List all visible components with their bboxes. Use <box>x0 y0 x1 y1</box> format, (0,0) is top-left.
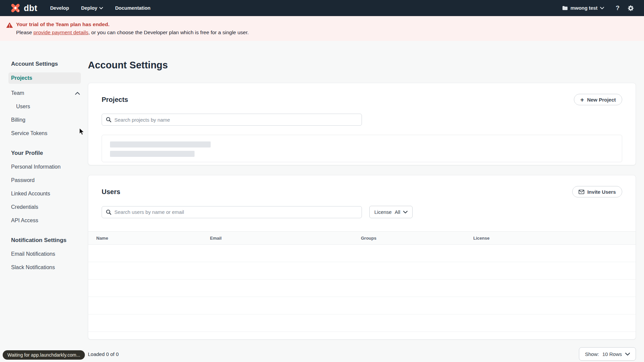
sidebar-item-slack-notifications[interactable]: Slack Notifications <box>0 263 88 272</box>
warning-triangle-icon <box>6 22 13 28</box>
projects-search <box>102 114 362 126</box>
projects-card: Projects + New Project <box>88 83 636 165</box>
users-search <box>102 206 362 218</box>
license-filter-label: License <box>374 209 392 215</box>
sidebar-heading-notification-settings: Notification Settings <box>0 237 88 244</box>
users-heading: Users <box>102 188 120 196</box>
table-row-skeleton <box>88 262 636 280</box>
nav-item-develop[interactable]: Develop <box>50 5 69 11</box>
sidebar-item-label: Linked Accounts <box>11 190 50 198</box>
nav-right: mwong test ? <box>562 4 634 12</box>
sidebar-item-password[interactable]: Password <box>0 176 88 184</box>
sidebar-heading-your-profile: Your Profile <box>0 149 88 157</box>
chevron-up-icon <box>75 92 80 95</box>
new-project-label: New Project <box>587 97 616 103</box>
sidebar-item-label: Team <box>11 89 24 97</box>
help-icon[interactable]: ? <box>615 4 620 12</box>
banner-body-prefix: Please <box>16 29 34 35</box>
chevron-down-icon <box>625 353 630 356</box>
chevron-down-icon <box>99 7 103 9</box>
gear-icon[interactable] <box>628 5 634 11</box>
loaded-count: Loaded 0 of 0 <box>88 351 119 357</box>
sidebar-item-label: Service Tokens <box>11 129 47 137</box>
plus-icon: + <box>580 97 584 103</box>
sidebar-item-label: Credentials <box>11 203 38 211</box>
projects-loading-skeleton <box>102 135 622 162</box>
nav-menu: Develop Deploy Documentation <box>50 5 150 11</box>
skeleton-bar <box>110 151 195 157</box>
folder-icon <box>562 6 568 10</box>
sidebar-item-label: API Access <box>11 217 38 225</box>
column-header-groups: Groups <box>361 236 473 241</box>
page-title: Account Settings <box>88 59 636 71</box>
sidebar-item-label: Email Notifications <box>11 250 55 258</box>
users-search-input[interactable] <box>114 209 358 215</box>
browser-status-tooltip: Waiting for app.launchdarkly.com... <box>3 350 85 360</box>
banner-body: Please provide payment details, or you c… <box>16 28 249 37</box>
sidebar-item-billing[interactable]: Billing <box>0 116 88 124</box>
banner-title: Your trial of the Team plan has ended. <box>16 20 249 28</box>
sidebar-item-credentials[interactable]: Credentials <box>0 203 88 211</box>
users-card: Users Invite Users License Al <box>88 175 636 340</box>
dbt-logo-text: dbt <box>24 3 37 13</box>
table-row-skeleton <box>88 297 636 314</box>
projects-heading: Projects <box>102 96 128 104</box>
users-table: Name Email Groups License <box>88 231 636 332</box>
sidebar-item-label: Personal Information <box>11 163 61 171</box>
users-table-header: Name Email Groups License <box>88 231 636 245</box>
search-icon <box>106 117 111 122</box>
column-header-email: Email <box>210 236 361 241</box>
sidebar-item-label: Users <box>16 103 30 111</box>
account-switcher[interactable]: mwong test <box>562 5 604 11</box>
rows-per-page-dropdown[interactable]: Show: 10 Rows <box>579 347 636 361</box>
sidebar-item-projects[interactable]: Projects <box>8 72 81 84</box>
table-row-skeleton <box>88 280 636 297</box>
main-content: Account Settings Projects + New Project <box>88 41 644 361</box>
users-list-footer: Loaded 0 of 0 Show: 10 Rows <box>88 347 636 361</box>
column-header-license: License <box>473 236 573 241</box>
settings-sidebar: Account Settings Projects Team Users Bil… <box>0 41 88 272</box>
sidebar-item-email-notifications[interactable]: Email Notifications <box>0 250 88 258</box>
provide-payment-details-link[interactable]: provide payment details <box>34 29 89 35</box>
banner-text: Your trial of the Team plan has ended. P… <box>16 20 249 37</box>
chevron-down-icon <box>403 211 408 214</box>
sidebar-heading-account-settings: Account Settings <box>0 60 88 68</box>
sidebar-item-users[interactable]: Users <box>0 103 88 111</box>
show-label: Show: <box>585 351 599 357</box>
show-value: 10 Rows <box>602 351 622 357</box>
chevron-down-icon <box>600 7 604 9</box>
sidebar-item-label: Slack Notifications <box>11 263 55 272</box>
nav-item-deploy[interactable]: Deploy <box>81 5 103 11</box>
sidebar-item-label: Projects <box>8 75 32 81</box>
sidebar-item-api-access[interactable]: API Access <box>0 217 88 225</box>
dbt-logo-icon <box>10 3 21 13</box>
sidebar-item-label: Billing <box>11 116 25 124</box>
table-row-skeleton <box>88 314 636 332</box>
envelope-icon <box>579 190 584 194</box>
banner-body-suffix: , or you can choose the Developer plan w… <box>88 29 249 35</box>
nav-item-documentation[interactable]: Documentation <box>115 5 151 11</box>
table-row-skeleton <box>88 245 636 262</box>
new-project-button[interactable]: + New Project <box>574 94 622 105</box>
sidebar-item-label: Password <box>11 176 35 184</box>
sidebar-item-service-tokens[interactable]: Service Tokens <box>0 129 88 137</box>
license-filter-value: All <box>395 209 400 215</box>
status-text: Waiting for app.launchdarkly.com... <box>7 352 80 358</box>
dbt-logo[interactable]: dbt <box>10 3 37 13</box>
sidebar-item-personal-information[interactable]: Personal Information <box>0 163 88 171</box>
search-icon <box>106 209 111 215</box>
invite-users-label: Invite Users <box>587 189 616 195</box>
sidebar-item-linked-accounts[interactable]: Linked Accounts <box>0 190 88 198</box>
account-name: mwong test <box>571 5 598 11</box>
projects-search-input[interactable] <box>114 117 358 123</box>
skeleton-bar <box>110 141 211 147</box>
invite-users-button[interactable]: Invite Users <box>572 186 622 197</box>
sidebar-item-team[interactable]: Team <box>0 89 88 97</box>
trial-ended-banner: Your trial of the Team plan has ended. P… <box>0 16 644 41</box>
license-filter-dropdown[interactable]: License All <box>369 206 413 218</box>
column-header-name: Name <box>96 236 210 241</box>
top-nav: dbt Develop Deploy Documentation mwong t… <box>0 0 644 16</box>
